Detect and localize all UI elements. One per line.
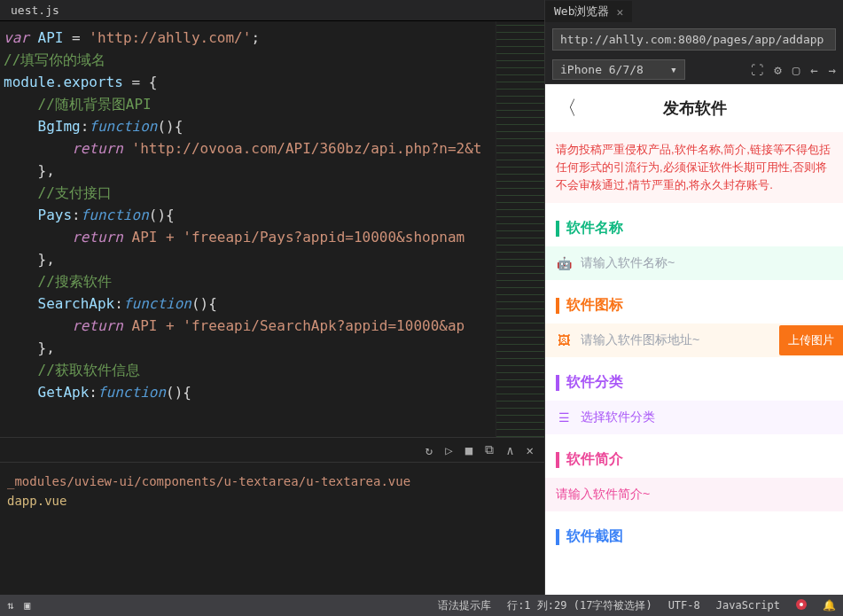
accent-bar — [556, 298, 559, 314]
settings-icon[interactable]: ⚙ — [774, 63, 781, 77]
accent-bar — [556, 375, 559, 391]
intro-placeholder: 请输入软件简介~ — [556, 487, 650, 503]
comment: //搜索软件 — [4, 273, 112, 290]
minimap[interactable] — [496, 21, 544, 437]
preview-viewport[interactable]: 〈 发布软件 请勿投稿严重侵权产品,软件名称,简介,链接等不得包括任何形式的引流… — [545, 84, 843, 595]
browser-tab[interactable]: Web浏览器 ✕ — [545, 1, 632, 22]
var-api: API — [38, 29, 64, 46]
browser-pane: Web浏览器 ✕ iPhone 6/7/8 ▾ ⛶ ⚙ ▢ ← → 〈 发布软件 — [544, 0, 843, 595]
upload-button[interactable]: 上传图片 — [779, 325, 843, 355]
status-language[interactable]: JavaScript — [716, 599, 780, 612]
intro-input-row[interactable]: 请输入软件简介~ — [545, 478, 843, 511]
editor-pane: uest.js var API = 'http://ahlly.com/'; /… — [0, 0, 544, 595]
category-placeholder: 选择软件分类 — [581, 409, 832, 425]
url-input[interactable] — [552, 28, 836, 51]
comment: //支付接口 — [4, 184, 112, 201]
close-icon[interactable]: ✕ — [616, 5, 623, 19]
screenshot-icon[interactable]: ▢ — [792, 63, 800, 77]
accent-bar — [556, 529, 559, 545]
name-placeholder: 请输入软件名称~ — [581, 255, 832, 271]
fn-searchapk: SearchApk — [4, 295, 114, 312]
status-sync-icon[interactable]: ⇅ — [7, 599, 13, 612]
comment: //获取软件信息 — [4, 362, 140, 378]
accent-bar — [556, 452, 559, 468]
console-line: dapp.vue — [7, 491, 537, 511]
section-title-icon: 软件图标 — [545, 287, 843, 324]
section-title-category: 软件分类 — [545, 364, 843, 401]
fn-bgimg: BgImg — [4, 118, 81, 135]
icon-input-row[interactable]: 🖼 请输入软件图标地址~ 上传图片 — [545, 324, 843, 357]
status-error-badge[interactable] — [796, 599, 807, 612]
accent-bar — [556, 221, 559, 237]
console-pane[interactable]: _modules/uview-ui/components/u-textarea/… — [0, 462, 544, 595]
warning-message: 请勿投稿严重侵权产品,软件名称,简介,链接等不得包括任何形式的引流行为,必须保证… — [545, 132, 843, 203]
comment: //填写你的域名 — [4, 51, 105, 68]
back-icon[interactable]: ← — [810, 63, 817, 77]
string-url: 'http://ahlly.com/' — [89, 29, 251, 46]
debug-close-icon[interactable]: ✕ — [527, 443, 534, 457]
section-title-name: 软件名称 — [545, 210, 843, 246]
section-title-intro: 软件简介 — [545, 441, 843, 478]
debug-restart-icon[interactable]: ↻ — [425, 443, 433, 457]
browser-tab-label: Web浏览器 — [554, 4, 609, 19]
device-select[interactable]: iPhone 6/7/8 ▾ — [552, 59, 685, 80]
status-terminal-icon[interactable]: ▣ — [24, 599, 30, 612]
name-input-row[interactable]: 🤖 请输入软件名称~ — [545, 246, 843, 280]
menu-icon: ☰ — [556, 409, 572, 425]
back-arrow-icon[interactable]: 〈 — [558, 95, 577, 121]
icon-placeholder: 请输入软件图标地址~ — [581, 332, 770, 348]
debug-stop-icon[interactable]: ■ — [465, 443, 472, 457]
page-title: 发布软件 — [577, 97, 831, 119]
debug-play-icon[interactable]: ▷ — [445, 443, 452, 457]
comment: //随机背景图API — [4, 96, 152, 113]
code-editor[interactable]: var API = 'http://ahlly.com/'; //填写你的域名 … — [0, 21, 496, 437]
chevron-down-icon: ▾ — [670, 63, 677, 76]
debug-collapse-icon[interactable]: ∧ — [506, 443, 513, 457]
fn-getapk: GetApk — [4, 384, 89, 401]
editor-tab[interactable]: uest.js — [0, 0, 544, 21]
module-exports: module.exports — [4, 74, 123, 90]
forward-icon[interactable]: → — [829, 63, 836, 77]
image-icon: 🖼 — [556, 332, 572, 348]
fn-pays: Pays — [4, 207, 72, 223]
device-label: iPhone 6/7/8 — [560, 63, 644, 76]
status-syntax-hint[interactable]: 语法提示库 — [438, 598, 491, 613]
section-title-screenshot: 软件截图 — [545, 519, 843, 555]
debug-screenshot-icon[interactable]: ⧉ — [485, 442, 494, 457]
console-line: _modules/uview-ui/components/u-textarea/… — [7, 472, 537, 491]
debug-toolbar: ↻ ▷ ■ ⧉ ∧ ✕ — [0, 437, 544, 462]
expand-icon[interactable]: ⛶ — [751, 63, 763, 77]
keyword-var: var — [4, 29, 29, 46]
category-select-row[interactable]: ☰ 选择软件分类 — [545, 401, 843, 434]
status-cursor[interactable]: 行:1 列:29 (17字符被选择) — [507, 598, 652, 613]
status-bar: ⇅ ▣ 语法提示库 行:1 列:29 (17字符被选择) UTF-8 JavaS… — [0, 595, 843, 616]
android-icon: 🤖 — [556, 255, 572, 271]
status-encoding[interactable]: UTF-8 — [668, 599, 700, 612]
bell-icon[interactable]: 🔔 — [823, 599, 836, 612]
